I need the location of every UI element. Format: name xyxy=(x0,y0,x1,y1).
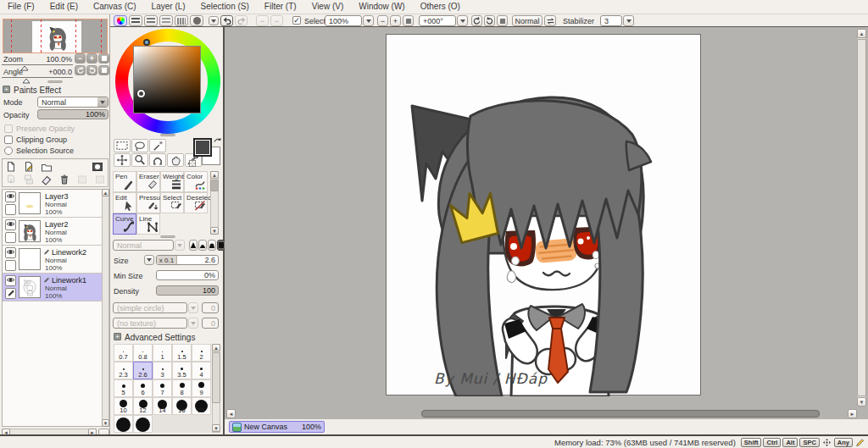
layer-visibility-checkbox[interactable] xyxy=(5,191,16,202)
navigator-angle-slider[interactable] xyxy=(2,77,73,78)
redo-button[interactable] xyxy=(235,15,248,26)
canvas-viewport[interactable]: By Mui / HĐáp ◄ ► ▲ ▼ xyxy=(225,27,868,419)
brush-size-2.3[interactable]: 2.3 xyxy=(114,362,133,379)
move-tool-button[interactable] xyxy=(114,153,131,167)
min-size-slider[interactable]: 0% xyxy=(156,270,219,280)
view-zoom-in-button[interactable]: + xyxy=(390,15,401,26)
menu-item-window[interactable]: Window (W) xyxy=(351,0,412,13)
brush-size-2[interactable]: 2 xyxy=(192,344,211,362)
lower-layer-button[interactable] xyxy=(94,174,108,185)
navigator-zoom-out-button[interactable]: − xyxy=(75,53,86,64)
navigator-zoom-reset-button[interactable] xyxy=(98,53,109,64)
layer-extra-checkbox[interactable] xyxy=(5,232,16,243)
tool-deselect[interactable]: Deselect xyxy=(184,192,208,213)
brush-size-large-20[interactable] xyxy=(114,415,133,433)
tool-weight[interactable]: Weight xyxy=(160,171,184,192)
brush-edge-shape-dropdown-button[interactable] xyxy=(188,302,198,313)
brush-size-20[interactable]: 20 xyxy=(192,397,211,415)
brush-size-large-21[interactable] xyxy=(133,415,153,433)
brush-size-10[interactable]: 10 xyxy=(114,397,133,415)
layer-row-linework2[interactable]: Linework2Normal100% xyxy=(3,246,102,274)
tool-line[interactable]: Line xyxy=(136,213,160,235)
hand-tool-button[interactable] xyxy=(167,153,184,167)
layer-visibility-checkbox[interactable] xyxy=(5,275,16,286)
brush-size-14[interactable]: 14 xyxy=(153,397,172,415)
navigator-zoom-in-button[interactable]: + xyxy=(86,53,97,64)
clear-layer-button[interactable] xyxy=(41,174,54,185)
color-wheel-panel-button[interactable] xyxy=(114,15,127,26)
brush-texture-dropdown-button[interactable] xyxy=(188,318,198,329)
combo-dropdown-button[interactable] xyxy=(97,97,108,107)
selection-visibility-checkbox[interactable]: ✓ xyxy=(292,16,301,25)
new-layer-set-button[interactable] xyxy=(41,161,54,173)
layer-row-layer2[interactable]: Layer2Normal100% xyxy=(3,218,102,246)
brush-size-scroll-thumb[interactable] xyxy=(212,352,220,403)
brush-texture-combo[interactable]: (no texture) xyxy=(113,318,187,329)
brush-edge-soft-button[interactable] xyxy=(198,240,207,251)
brush-size-5[interactable]: 5 xyxy=(114,379,133,397)
scratchpad-panel-button[interactable] xyxy=(175,15,188,26)
tool-edit[interactable]: Edit xyxy=(113,192,136,213)
canvas-hscroll-thumb[interactable] xyxy=(421,410,820,418)
rotate-cw-button[interactable] xyxy=(484,15,495,26)
brush-edge-shape-strength[interactable]: 0 xyxy=(202,302,219,313)
brush-size-slider[interactable]: x 0.1 2.6 xyxy=(156,255,219,265)
stabilizer-combo[interactable]: 3 xyxy=(600,15,622,26)
view-zoom-reset-button[interactable] xyxy=(403,15,414,26)
color-sliders-panel-button[interactable] xyxy=(129,15,142,26)
selection-source-checkbox[interactable] xyxy=(4,147,13,155)
zoom-tool-button[interactable] xyxy=(131,153,148,167)
panel-divider-handle[interactable] xyxy=(160,134,175,136)
document-canvas[interactable]: By Mui / HĐáp xyxy=(386,34,701,395)
view-angle-combo[interactable]: +000° xyxy=(419,15,456,26)
document-tab-new-canvas[interactable]: New Canvas 100% xyxy=(229,421,325,433)
brush-size-1.5[interactable]: 1.5 xyxy=(172,344,192,362)
canvas-scroll-right-button[interactable]: ► xyxy=(848,409,857,418)
layer-mask-button[interactable] xyxy=(92,161,105,173)
canvas-vscroll-thumb[interactable] xyxy=(857,39,866,396)
layer-extra-checkbox[interactable] xyxy=(5,260,16,271)
tool-pressure[interactable]: Pressure xyxy=(136,192,160,213)
color-mixer-panel-button[interactable] xyxy=(144,15,158,26)
tool-curve[interactable]: Curve xyxy=(113,213,136,235)
layer-opacity-slider[interactable]: 100% xyxy=(37,109,108,119)
layer-thumbnail[interactable] xyxy=(19,192,41,214)
layer-mode-combo[interactable]: Normal xyxy=(37,97,108,108)
swap-colors-icon[interactable] xyxy=(213,136,222,145)
view-zoom-dropdown-button[interactable] xyxy=(363,15,374,26)
advanced-settings-expand-button[interactable]: + xyxy=(114,333,121,340)
brush-edge-flat-button[interactable] xyxy=(208,240,216,251)
zoom-out-view-button[interactable]: − xyxy=(256,15,269,26)
brush-texture-strength[interactable]: 0 xyxy=(202,318,219,329)
foreground-color-swatch[interactable] xyxy=(193,138,212,157)
layer-visibility-checkbox[interactable] xyxy=(5,219,16,230)
toolbar-dropdown-button[interactable] xyxy=(209,16,219,25)
paints-effect-expand-button[interactable]: + xyxy=(3,86,10,93)
brush-edge-sharp-button[interactable] xyxy=(189,240,198,251)
custom-panel-button[interactable] xyxy=(190,15,203,26)
brush-size-2.6[interactable]: 2.6 xyxy=(133,362,153,379)
brush-size-9[interactable]: 9 xyxy=(192,379,211,397)
navigator-rotate-cw-button[interactable] xyxy=(86,65,97,75)
brush-size-scroll-up-button[interactable]: ▲ xyxy=(212,344,220,351)
new-layer-button[interactable] xyxy=(5,161,19,173)
view-angle-dropdown-button[interactable] xyxy=(457,15,468,26)
layer-list-scroll-up-button[interactable]: ▲ xyxy=(102,189,109,196)
raise-layer-button[interactable] xyxy=(76,174,90,185)
menu-item-selection[interactable]: Selection (S) xyxy=(193,0,257,13)
new-linework-layer-button[interactable] xyxy=(23,161,36,173)
undo-button[interactable] xyxy=(220,15,233,26)
tool-grid-scroll-up-button[interactable]: ▲ xyxy=(210,171,219,179)
size-unit-dropdown-button[interactable] xyxy=(144,255,154,265)
navigator-thumbnail[interactable] xyxy=(3,19,108,53)
layer-list-scroll-down-button[interactable]: ▼ xyxy=(102,419,109,427)
view-zoom-out-button[interactable]: − xyxy=(377,15,388,26)
layer-thumbnail[interactable] xyxy=(19,276,41,298)
density-slider[interactable]: 100 xyxy=(156,285,219,296)
tool-select[interactable]: Select xyxy=(160,192,184,213)
sv-square-marker[interactable] xyxy=(137,90,145,97)
brush-size-0.8[interactable]: 0.8 xyxy=(133,344,153,362)
layer-thumbnail[interactable] xyxy=(19,248,41,270)
layer-thumbnail[interactable] xyxy=(19,220,41,242)
canvas-scroll-left-button[interactable]: ◄ xyxy=(226,409,236,418)
